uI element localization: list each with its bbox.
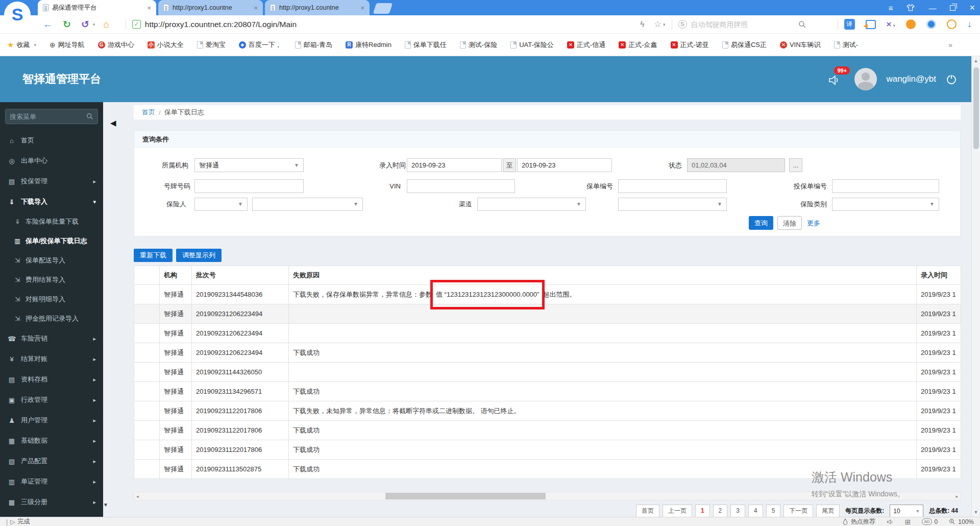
logout-power-icon[interactable] bbox=[945, 73, 958, 85]
bookmark-star-icon[interactable]: ☆ bbox=[654, 19, 662, 30]
bookmark-item[interactable]: 邮箱-青岛 bbox=[295, 40, 332, 50]
page-button-4[interactable]: 4 bbox=[748, 505, 763, 517]
sidebar-item-download-import[interactable]: ⇓下载导入▾ bbox=[0, 192, 103, 212]
scrollbar-thumb[interactable] bbox=[973, 67, 979, 149]
sidebar-subitem-reconcile-import[interactable]: ⇲对账明细导入 bbox=[0, 290, 103, 309]
search-icon[interactable] bbox=[86, 113, 93, 120]
clear-button[interactable]: 清除 bbox=[777, 216, 802, 230]
sidebar-item-order-center[interactable]: ◎出单中心 bbox=[0, 151, 103, 171]
bookmark-item[interactable]: 测试- bbox=[834, 40, 858, 50]
batch-column-header[interactable]: 批次号 bbox=[192, 266, 289, 285]
home-icon[interactable]: ⌂ bbox=[103, 19, 109, 30]
org-column-header[interactable]: 机构 bbox=[160, 266, 192, 285]
bookmark-item[interactable]: UAT-保险公 bbox=[510, 40, 554, 50]
refresh-icon[interactable]: ↻ bbox=[63, 18, 71, 30]
bookmark-favorites[interactable]: ★收藏▾ bbox=[7, 40, 36, 50]
table-row[interactable]: 智择通 201909231344548036 下载失败，保存保单数据异常，异常信… bbox=[134, 285, 961, 304]
bookmark-item[interactable]: G游戏中心 bbox=[98, 40, 134, 50]
scroll-up-icon[interactable]: ▲ bbox=[972, 58, 980, 63]
insurer-select-2[interactable]: ▼ bbox=[252, 198, 363, 211]
sidebar-item-admin[interactable]: ▣行政管理▸ bbox=[0, 390, 103, 410]
scroll-right-icon[interactable]: ▸ bbox=[955, 494, 958, 499]
bookmark-item[interactable]: 易保通CS正 bbox=[722, 40, 767, 50]
adjust-columns-button[interactable]: 调整显示列 bbox=[176, 249, 222, 262]
feedback-smiley-icon[interactable]: ··· bbox=[947, 19, 957, 29]
tab-close-icon[interactable]: × bbox=[147, 4, 151, 12]
channel-select-1[interactable]: ▼ bbox=[477, 198, 586, 211]
page-button-2[interactable]: 2 bbox=[713, 505, 728, 517]
sidebar-subitem-batch-download[interactable]: ⇓车险保单批量下载 bbox=[0, 212, 103, 231]
first-page-button[interactable]: 首页 bbox=[636, 505, 659, 517]
bookmark-item[interactable]: ✕VIN车辆识 bbox=[780, 40, 821, 50]
table-row[interactable]: 智择通2019092312062234942019/9/23 1 bbox=[134, 304, 961, 324]
tab-close-icon[interactable]: × bbox=[254, 4, 258, 12]
insurance-type-select[interactable]: ▼ bbox=[832, 198, 939, 211]
back-icon[interactable]: ← bbox=[43, 19, 53, 30]
date-to-input[interactable]: 2019-09-23 bbox=[517, 158, 612, 172]
undo-icon[interactable]: ↺ bbox=[81, 18, 89, 30]
notification-speaker-icon[interactable]: 99+ bbox=[828, 71, 845, 87]
minimize-button[interactable]: — bbox=[928, 4, 936, 12]
table-row[interactable]: 智择通201909231122017806下载成功2019/9/23 1 bbox=[134, 440, 961, 460]
tab-3[interactable]: http://proxy1.countne × bbox=[265, 0, 370, 15]
scroll-down-icon[interactable]: ▼ bbox=[972, 510, 980, 515]
more-link[interactable]: 更多 bbox=[807, 218, 820, 229]
assistant-icon[interactable] bbox=[906, 19, 916, 29]
skin-tshirt-icon[interactable] bbox=[906, 4, 915, 11]
star-dropdown-icon[interactable]: ▾ bbox=[663, 22, 666, 27]
address-bar[interactable]: http://proxy1.countnet.cn:20807/Login/Ma… bbox=[145, 20, 297, 29]
table-row[interactable]: 智择通2019092311443260502019/9/23 1 bbox=[134, 363, 961, 382]
bookmark-item[interactable]: ✕正式-诺亚 bbox=[671, 40, 709, 50]
close-button[interactable]: × bbox=[969, 3, 975, 12]
date-from-input[interactable]: 2019-09-23 bbox=[407, 158, 502, 172]
tab-active[interactable]: 易保通管理平台 × bbox=[38, 0, 156, 15]
sidebar-plus-icon[interactable]: ⊞ bbox=[905, 518, 911, 526]
sidebar-item-marketing[interactable]: ☎车险营销▸ bbox=[0, 328, 103, 349]
hot-recommend-button[interactable]: 热点推荐 bbox=[842, 517, 875, 526]
sidebar-item-product-config[interactable]: ▧产品配置▸ bbox=[0, 451, 103, 471]
cut-page-icon[interactable]: ×▾ bbox=[887, 19, 895, 30]
search-magnifier-icon[interactable] bbox=[798, 20, 806, 29]
search-button[interactable]: 查询 bbox=[749, 216, 773, 230]
site-safety-shield-icon[interactable]: ✓ bbox=[132, 20, 141, 29]
sidebar-subitem-download-log[interactable]: ▥保单/投保单下载日志 bbox=[0, 231, 103, 251]
sidebar-item-three-level[interactable]: ▩三级分册▸ bbox=[0, 492, 103, 512]
sidebar-subitem-fee-import[interactable]: ⇲费用结算导入 bbox=[0, 270, 103, 290]
bookmark-item[interactable]: ♣百度一下， bbox=[239, 40, 282, 50]
bookmark-item[interactable]: ⊕网址导航 bbox=[50, 40, 85, 50]
sidebar-item-policy-mgmt[interactable]: ▤投保管理▸ bbox=[0, 171, 103, 192]
new-tab-button[interactable] bbox=[373, 3, 393, 14]
undo-dropdown-icon[interactable]: ▾ bbox=[93, 22, 95, 27]
redownload-button[interactable]: 重新下载 bbox=[134, 249, 173, 262]
restore-button[interactable] bbox=[950, 4, 955, 12]
per-page-select[interactable]: 10▼ bbox=[890, 505, 923, 517]
last-page-button[interactable]: 尾页 bbox=[816, 505, 840, 517]
sidebar-search-box[interactable] bbox=[5, 109, 98, 124]
translate-icon[interactable]: 译 bbox=[844, 19, 855, 30]
screenshot-camera-icon[interactable] bbox=[926, 19, 936, 29]
sogou-search-input[interactable] bbox=[691, 20, 798, 29]
page-button-5[interactable]: 5 bbox=[766, 505, 781, 517]
download-icon[interactable]: ↓ bbox=[967, 19, 972, 30]
sidebar-item-settlement[interactable]: ¥结算对账▸ bbox=[0, 349, 103, 369]
collect-page-icon[interactable]: ◀ bbox=[866, 20, 876, 29]
breadcrumb-home-link[interactable]: 首页 bbox=[142, 108, 155, 117]
org-select[interactable]: 智择通▼ bbox=[194, 158, 304, 172]
sogou-browser-logo[interactable]: S bbox=[4, 2, 31, 28]
bookmark-item[interactable]: 测试-保险 bbox=[460, 40, 497, 50]
sidebar-item-base-data[interactable]: ▦基础数据▸ bbox=[0, 431, 103, 451]
time-column-header[interactable]: 录入时间 bbox=[917, 266, 961, 285]
lightning-icon[interactable]: ϟ bbox=[640, 20, 644, 29]
ad-block-counter[interactable]: AD 0 bbox=[922, 518, 938, 525]
sidebar-item-doc-mgmt[interactable]: ▥单证管理▸ bbox=[0, 471, 103, 492]
sidebar-item-archive[interactable]: ▤资料存档▸ bbox=[0, 369, 103, 390]
sound-speaker-icon[interactable] bbox=[887, 519, 894, 525]
table-row[interactable]: 智择通201909231206223494下载成功2019/9/23 1 bbox=[134, 343, 961, 363]
tab-2[interactable]: http://proxy1.countne × bbox=[158, 0, 263, 15]
table-row[interactable]: 智择通201909231122017806下载失败，未知异常，异常信息：将截断字… bbox=[134, 401, 961, 421]
sidebar-item-user-mgmt[interactable]: ♟用户管理▸ bbox=[0, 410, 103, 431]
bookmark-item[interactable]: 保单下载任 bbox=[405, 40, 447, 50]
table-row[interactable]: 智择通201909231122017806下载成功2019/9/23 1 bbox=[134, 421, 961, 440]
zoom-control[interactable]: 100% bbox=[949, 518, 974, 525]
sidebar-collapse-icon[interactable]: ◀ bbox=[110, 118, 116, 128]
